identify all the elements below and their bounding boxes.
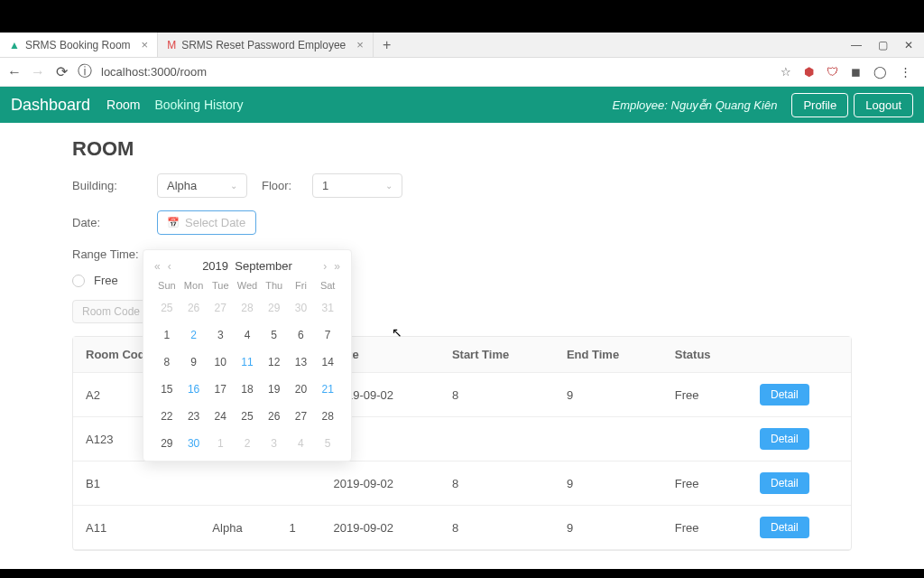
table-cell: 1 (277, 506, 321, 550)
calendar-day[interactable]: 1 (208, 434, 233, 453)
calendar-day[interactable]: 23 (181, 406, 207, 426)
maximize-icon[interactable]: ▢ (878, 39, 888, 51)
calendar-month[interactable]: September (235, 259, 292, 273)
calendar-day[interactable]: 10 (208, 352, 233, 372)
building-select[interactable]: Alpha ⌄ (157, 173, 247, 198)
nav-room[interactable]: Room (106, 98, 140, 112)
menu-icon[interactable]: ⋮ (900, 65, 911, 79)
table-header: End Time (554, 337, 662, 373)
calendar-day[interactable]: 28 (315, 406, 340, 426)
extension-icon[interactable]: ◼ (851, 65, 861, 79)
calendar-year[interactable]: 2019 (202, 259, 228, 273)
browser-tab[interactable]: ▲ SRMS Booking Room × (0, 33, 158, 57)
reload-icon[interactable]: ⟳ (54, 63, 69, 80)
room-code-button[interactable]: Room Code (72, 300, 150, 323)
extension-icon[interactable]: 🛡 (827, 65, 838, 79)
calendar-dow: Fri (289, 280, 314, 291)
table-row: A11Alpha12019-09-0289FreeDetail (73, 506, 851, 550)
tab-title: SRMS Booking Room (25, 39, 131, 51)
calendar-day[interactable]: 3 (262, 434, 287, 453)
calendar-day[interactable]: 16 (181, 379, 207, 399)
calendar-day[interactable]: 2 (181, 325, 207, 345)
table-cell: Alpha (199, 506, 276, 550)
table-cell: Free (662, 373, 747, 417)
table-cell (439, 417, 554, 461)
next-month-icon[interactable]: › (323, 260, 327, 273)
calendar-day[interactable]: 5 (262, 325, 287, 345)
browser-tab[interactable]: M SRMS Reset Password Employee × (158, 33, 374, 57)
logout-button[interactable]: Logout (854, 93, 913, 117)
calendar-day[interactable]: 5 (315, 434, 340, 453)
extension-icon[interactable]: ⬢ (804, 65, 814, 79)
calendar-dow: Wed (235, 280, 260, 291)
profile-icon[interactable]: ◯ (873, 65, 887, 79)
calendar-day[interactable]: 28 (235, 298, 260, 318)
calendar-day[interactable]: 21 (315, 379, 340, 399)
nav-booking-history[interactable]: Booking History (154, 98, 243, 112)
table-cell: A11 (73, 506, 199, 550)
minimize-icon[interactable]: — (851, 39, 862, 51)
close-icon[interactable]: × (356, 38, 364, 51)
calendar-day[interactable]: 31 (315, 298, 340, 318)
calendar-day[interactable]: 15 (154, 379, 180, 399)
table-cell: Free (662, 461, 747, 506)
free-radio[interactable] (72, 275, 85, 287)
calendar-day[interactable]: 12 (262, 352, 287, 372)
table-cell (662, 417, 747, 461)
calendar-day[interactable]: 4 (235, 325, 260, 345)
calendar-day[interactable]: 25 (235, 406, 260, 426)
close-icon[interactable]: × (142, 38, 149, 51)
calendar-day[interactable]: 25 (154, 298, 180, 318)
star-icon[interactable]: ☆ (781, 65, 791, 79)
back-icon[interactable]: ← (7, 64, 22, 80)
detail-button[interactable]: Detail (760, 517, 809, 538)
calendar-day[interactable]: 27 (289, 406, 314, 426)
calendar-day[interactable]: 19 (262, 379, 287, 399)
table-header (747, 337, 851, 373)
profile-button[interactable]: Profile (791, 93, 848, 117)
calendar-day[interactable]: 6 (289, 325, 314, 345)
url-field[interactable]: localhost:3000/room (101, 65, 772, 79)
calendar-day[interactable]: 26 (181, 298, 207, 318)
calendar-day[interactable]: 27 (208, 298, 233, 318)
calendar-day[interactable]: 14 (315, 352, 340, 372)
floor-select[interactable]: 1 ⌄ (312, 173, 402, 198)
detail-button[interactable]: Detail (760, 472, 809, 494)
table-cell (199, 461, 276, 506)
calendar-day[interactable]: 8 (154, 352, 180, 372)
detail-button[interactable]: Detail (760, 428, 809, 450)
date-input[interactable]: 📅 Select Date (157, 210, 256, 235)
table-cell: 9 (554, 373, 662, 417)
calendar-day[interactable]: 22 (154, 406, 180, 426)
calendar-day[interactable]: 29 (154, 434, 180, 453)
calendar-day[interactable]: 26 (262, 406, 287, 426)
table-cell: 2019-09-02 (321, 461, 439, 506)
info-icon[interactable]: ⓘ (78, 62, 92, 81)
close-window-icon[interactable]: ✕ (904, 39, 913, 51)
calendar-day[interactable]: 24 (208, 406, 233, 426)
calendar-day[interactable]: 13 (289, 352, 314, 372)
calendar-day[interactable]: 3 (208, 325, 233, 345)
calendar-day[interactable]: 11 (235, 352, 260, 372)
building-value: Alpha (167, 179, 197, 192)
calendar-day[interactable]: 7 (315, 325, 340, 345)
next-year-icon[interactable]: » (334, 260, 340, 273)
forward-icon[interactable]: → (31, 64, 45, 80)
calendar-day[interactable]: 30 (181, 434, 207, 453)
calendar-day[interactable]: 9 (181, 352, 207, 372)
brand[interactable]: Dashboard (11, 96, 90, 115)
floor-label: Floor: (262, 179, 298, 192)
calendar-day[interactable]: 20 (289, 379, 314, 399)
calendar-day[interactable]: 2 (235, 434, 260, 453)
new-tab-button[interactable]: + (374, 37, 400, 53)
calendar-day[interactable]: 17 (208, 379, 233, 399)
prev-month-icon[interactable]: ‹ (168, 260, 171, 273)
calendar-day[interactable]: 4 (289, 434, 314, 453)
detail-button[interactable]: Detail (760, 384, 809, 406)
calendar-day[interactable]: 29 (262, 298, 287, 318)
prev-year-icon[interactable]: « (154, 260, 161, 273)
calendar-day[interactable]: 30 (289, 298, 314, 318)
calendar-dow: Tue (208, 280, 233, 291)
calendar-day[interactable]: 1 (154, 325, 180, 345)
calendar-day[interactable]: 18 (235, 379, 260, 399)
